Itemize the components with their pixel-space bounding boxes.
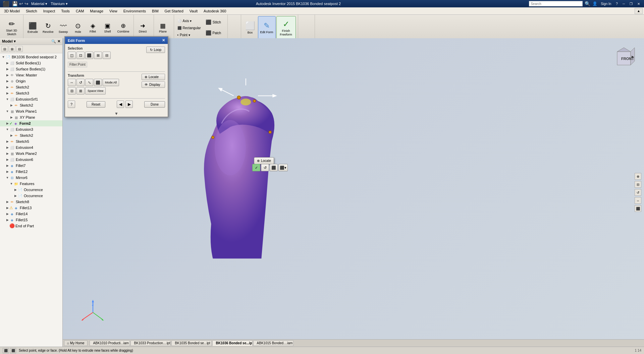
undo-icon[interactable]: ↩ <box>19 1 23 6</box>
transform-t7-btn[interactable]: ⊞ <box>76 87 85 95</box>
tree-item-endofpart[interactable]: 🔴 End of Part <box>0 223 62 229</box>
mini-tool-3[interactable]: ⬛ <box>270 164 278 171</box>
tree-item-fillet12[interactable]: ▶ ◈ Fillet12 <box>0 169 62 175</box>
taskbar-tab-3[interactable]: BK1036 Bonded se...ipt ✕ <box>212 340 253 346</box>
tree-item-extrusion6[interactable]: ▶ ⬜ Extrusion6 <box>0 157 62 163</box>
done-btn[interactable]: Done <box>144 101 165 108</box>
expand-icon-sketch2sub2[interactable]: ▶ <box>9 133 13 137</box>
redo-icon[interactable]: ↪ <box>24 1 29 6</box>
tree-item-sketch2-sub2[interactable]: ▶ ✏ Sketch2 <box>0 132 62 138</box>
expand-icon-sketch2sub[interactable]: ▶ <box>9 103 13 107</box>
menu-cam[interactable]: CAM <box>73 8 87 14</box>
transform-t8-btn[interactable]: Space:View <box>85 87 106 95</box>
tree-item-workplane2[interactable]: ▶ ▦ Work Plane2 <box>0 151 62 157</box>
transform-t5-btn[interactable]: Mode:All <box>103 79 119 86</box>
expand-icon-extrusion3[interactable]: ▼ <box>5 127 9 131</box>
edit-form-btn[interactable]: ✎ Edit Form <box>258 16 276 40</box>
prev-btn[interactable]: ◀ <box>117 101 124 108</box>
expand-icon-fillet7[interactable]: ▶ <box>5 164 9 168</box>
tree-item-viewmaster[interactable]: ▶ 👁 View: Master <box>0 72 62 78</box>
tree-item-fillet14[interactable]: ▶ ◈ Fillet14 <box>0 211 62 217</box>
select-face-btn[interactable]: ⬛ <box>85 52 93 59</box>
tree-item-sketch8[interactable]: ▶ ✏ Sketch8 <box>0 199 62 205</box>
collapse-all-btn[interactable]: ⊟ <box>16 46 23 52</box>
expand-icon-fillet14[interactable]: ▶ <box>5 212 9 216</box>
select-body-btn[interactable]: ⊞ <box>94 52 102 59</box>
revolve-btn[interactable]: ↻ Revolve <box>41 16 56 40</box>
locate-action-btn[interactable]: ⊕ Locate <box>142 74 165 80</box>
minimize-btn[interactable]: ─ <box>621 2 626 6</box>
expand-icon-mirror6[interactable]: ▼ <box>5 176 9 180</box>
expand-icon-workplane1[interactable]: ▼ <box>5 109 9 113</box>
menu-view[interactable]: View <box>107 8 120 14</box>
tree-item-sketch3[interactable]: ▶ ✏ Sketch3 <box>0 90 62 96</box>
titlebar-search[interactable] <box>529 1 583 6</box>
mini-undo-btn[interactable]: ↺ <box>261 164 269 171</box>
viewport-tool-4[interactable]: ↔ <box>635 197 641 204</box>
menu-autodesk360[interactable]: Autodesk 360 <box>201 8 229 14</box>
menu-getstarted[interactable]: Get Started <box>162 8 186 14</box>
select-edge-btn[interactable]: ⊡ <box>76 52 85 59</box>
tree-item-mirror6[interactable]: ▼ ⊟ Mirror6 <box>0 175 62 181</box>
restore-btn[interactable]: ❐ <box>628 2 634 6</box>
stitch-btn[interactable]: ⬛ Stitch <box>204 17 223 27</box>
tree-item-form2[interactable]: ▶ ✓ ◈ Form2 <box>0 120 62 126</box>
reset-btn[interactable]: Reset <box>87 101 105 108</box>
taskbar-home-btn[interactable]: ⌂ My Home <box>64 340 88 346</box>
tree-item-fillet13[interactable]: ▶ ⚠ ◈ Fillet13 <box>0 205 62 211</box>
next-btn[interactable]: ▶ <box>125 101 133 108</box>
sign-in-btn[interactable]: Sign In <box>599 2 612 6</box>
expand-icon-occurrence2[interactable]: ▶ <box>13 194 17 198</box>
titanium-dropdown[interactable]: Titanium ▾ <box>51 2 68 6</box>
expand-icon-xyplane[interactable]: ▶ <box>9 115 13 119</box>
taskbar-tab-2[interactable]: BK1035 Bonded se...ipt ✕ <box>171 340 212 346</box>
panel-search-icon[interactable]: 🔍 <box>51 39 56 44</box>
taskbar-tab-0[interactable]: ABK1010 Producti...iam ✕ <box>90 340 130 346</box>
transform-t4-btn[interactable]: ⬛ <box>94 79 102 86</box>
dialog-help-btn[interactable]: ? <box>68 101 75 108</box>
menu-tools[interactable]: Tools <box>58 8 72 14</box>
tree-item-sketch2[interactable]: ▶ ✏ Sketch2 <box>0 84 62 90</box>
mini-confirm-btn[interactable]: ✓ <box>252 164 260 171</box>
extrude-btn[interactable]: ⬛ Extrude <box>25 16 40 40</box>
transform-move-btn[interactable]: ↔ <box>68 79 76 86</box>
transform-rotate-btn[interactable]: ↺ <box>76 79 85 86</box>
expand-icon-features[interactable]: ▼ <box>9 182 13 186</box>
tree-item-sketch2-sub[interactable]: ▶ ✏ Sketch2 <box>0 102 62 108</box>
expand-icon-sketch5[interactable]: ▶ <box>5 139 9 143</box>
point-dropdown[interactable]: • Point ▾ <box>176 32 202 38</box>
taskbar-tab-1[interactable]: BK1033 Production....ipt ✕ <box>130 340 171 346</box>
menu-environments[interactable]: Environments <box>121 8 149 14</box>
menu-3dmodel[interactable]: 3D Model <box>1 8 22 14</box>
expand-icon-fillet15[interactable]: ▶ <box>5 218 9 222</box>
menu-inspect[interactable]: Inspect <box>41 8 58 14</box>
tree-item-xyplane[interactable]: ▶ ▦ XY Plane <box>0 114 62 120</box>
tree-item-origin[interactable]: ▶ ⊕ Origin <box>0 78 62 84</box>
expand-icon-fillet13[interactable]: ▶ <box>5 206 9 210</box>
search-icon[interactable]: 🔍 <box>585 1 590 6</box>
expand-icon-viewmaster[interactable]: ▶ <box>5 73 9 77</box>
transform-t6-btn[interactable]: ⊟ <box>68 87 76 95</box>
tree-item-fillet7[interactable]: ▶ ◈ Fillet7 <box>0 163 62 169</box>
ribbon-toggle-btn[interactable]: ▲ <box>635 8 643 14</box>
menu-manage[interactable]: Manage <box>87 8 106 14</box>
tree-item-solidbodies[interactable]: ▶ ⬜ Solid Bodies(1) <box>0 60 62 66</box>
patch-btn[interactable]: ⬛ Patch <box>204 28 223 38</box>
tree-item-extrusionsrf1[interactable]: ▼ ⬜ ExtrusionSrf1 <box>0 96 62 102</box>
select-vertex-btn[interactable]: ◫ <box>68 52 76 59</box>
rectangular-btn[interactable]: ⬛ Rectangular <box>176 24 202 31</box>
taskbar-tab-4[interactable]: ABK1015 Bonded....iam ✕ <box>253 340 293 346</box>
tree-item-workplane1[interactable]: ▼ ▦ Work Plane1 <box>0 108 62 114</box>
account-icon[interactable]: 👤 <box>592 1 597 6</box>
expand-icon-root[interactable]: ▼ <box>1 55 5 59</box>
statusbar-btn-1[interactable]: ⬛ <box>3 348 9 353</box>
loop-btn[interactable]: ↻ Loop <box>146 47 165 53</box>
viewport-tool-5[interactable]: ⬛ <box>635 205 641 212</box>
material-dropdown[interactable]: Material ▾ <box>31 2 47 6</box>
tree-item-occurrence1[interactable]: ▶ 📄 Occurrence <box>0 187 62 193</box>
viewport-tool-3[interactable]: ↺ <box>635 189 641 196</box>
tree-item-sketch5[interactable]: ▶ ✏ Sketch5 <box>0 138 62 144</box>
display-action-btn[interactable]: 👁 Display <box>142 81 165 88</box>
panel-close-btn[interactable]: ✕ <box>57 39 60 44</box>
help-btn[interactable]: ? <box>614 2 619 6</box>
